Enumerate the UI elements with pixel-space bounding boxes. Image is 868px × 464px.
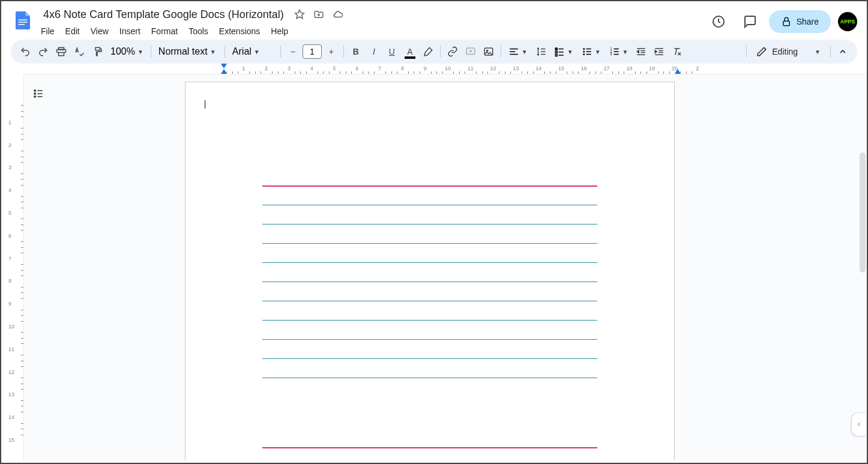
insert-link-button[interactable]	[444, 43, 461, 60]
highlight-button[interactable]	[420, 43, 436, 60]
history-icon[interactable]	[707, 10, 731, 34]
vertical-ruler[interactable]: 123456789101112131415	[1, 74, 24, 460]
account-avatar[interactable]: APPS	[838, 12, 857, 31]
ruler-tick	[21, 361, 23, 361]
share-label: Share	[797, 17, 819, 26]
ruler-tick	[374, 71, 375, 74]
editing-mode-select[interactable]: Editing ▼	[750, 43, 827, 60]
ruler-tick	[612, 71, 613, 74]
ruler-number: 4	[8, 187, 11, 193]
numbered-list-select[interactable]: 123▼	[606, 43, 632, 60]
line-spacing-button[interactable]	[532, 43, 549, 60]
font-size-decrease[interactable]: −	[285, 43, 301, 60]
ruler-tick	[363, 71, 363, 74]
collapse-toolbar-button[interactable]	[834, 43, 851, 60]
menu-insert[interactable]: Insert	[115, 24, 145, 38]
separator	[280, 46, 281, 58]
toolbar-container: 100%▼ Normal text▼ Arial▼ − + B I U A ▼ …	[1, 40, 867, 64]
indent-left-down-marker[interactable]	[221, 64, 227, 68]
print-button[interactable]	[53, 43, 70, 60]
document-page[interactable]	[185, 82, 675, 460]
text-color-button[interactable]: A	[402, 43, 418, 60]
italic-button[interactable]: I	[366, 43, 382, 60]
ruler-tick	[680, 71, 681, 74]
ruler-tick	[391, 71, 392, 74]
undo-button[interactable]	[17, 43, 34, 60]
redo-button[interactable]	[35, 43, 52, 60]
vertical-scrollbar[interactable]	[860, 152, 866, 273]
comments-icon[interactable]	[738, 10, 762, 34]
ruler-tick	[21, 105, 23, 106]
underline-button[interactable]: U	[384, 43, 400, 60]
ruler-tick	[21, 157, 23, 157]
document-canvas[interactable]	[24, 74, 867, 460]
ruler-number: 6	[8, 233, 11, 239]
notecard-blue-line	[262, 262, 597, 263]
ruler-number: 7	[378, 65, 381, 71]
horizontal-ruler[interactable]: 12345678910111213141516171819202	[24, 64, 867, 74]
menu-extensions[interactable]: Extensions	[214, 24, 265, 38]
ruler-tick	[510, 71, 511, 74]
ruler-number: 11	[468, 65, 474, 71]
cloud-status-icon[interactable]	[331, 7, 345, 22]
font-size-increase[interactable]: +	[323, 43, 340, 60]
move-icon[interactable]	[312, 7, 326, 22]
bold-button[interactable]: B	[348, 43, 364, 60]
bullet-list-select[interactable]: ▼	[578, 43, 604, 60]
chevron-down-icon: ▼	[595, 49, 601, 55]
menu-file[interactable]: File	[36, 24, 59, 38]
ruler-number: 11	[8, 346, 14, 352]
ruler-number: 9	[8, 301, 11, 307]
menu-edit[interactable]: Edit	[61, 24, 85, 38]
ruler-tick	[686, 71, 687, 74]
header-actions: Share APPS	[707, 10, 857, 34]
lock-icon	[781, 16, 792, 27]
docs-logo-icon[interactable]	[11, 8, 35, 32]
ruler-tick	[21, 429, 23, 429]
ruler-tick	[21, 218, 23, 219]
ruler-tick	[283, 71, 284, 74]
font-size-input[interactable]	[303, 44, 322, 59]
ruler-tick	[318, 71, 318, 74]
insert-comment-button[interactable]	[462, 43, 479, 60]
indent-decrease-button[interactable]	[633, 43, 649, 60]
separator	[830, 46, 831, 58]
zoom-select[interactable]: 100%▼	[107, 43, 147, 60]
insert-image-button[interactable]	[480, 43, 497, 60]
clear-formatting-button[interactable]	[669, 43, 686, 60]
ruler-number: 14	[535, 65, 541, 71]
ruler-tick	[21, 366, 23, 367]
ruler-tick	[351, 71, 352, 74]
checklist-select[interactable]: ▼	[550, 43, 577, 60]
ruler-tick	[306, 71, 307, 74]
ruler-tick	[21, 253, 23, 253]
svg-text:3: 3	[610, 52, 612, 56]
ruler-tick	[21, 412, 23, 412]
menu-format[interactable]: Format	[146, 24, 182, 38]
spellcheck-button[interactable]	[71, 43, 88, 60]
ruler-tick	[255, 71, 256, 74]
font-select[interactable]: Arial▼	[229, 43, 277, 60]
outline-toggle-icon[interactable]	[30, 85, 47, 102]
style-select[interactable]: Normal text▼	[155, 43, 221, 60]
toolbar: 100%▼ Normal text▼ Arial▼ − + B I U A ▼ …	[11, 40, 857, 64]
align-select[interactable]: ▼	[505, 43, 531, 60]
paint-format-button[interactable]	[89, 43, 106, 60]
ruler-number: 3	[288, 65, 291, 71]
ruler-tick	[21, 202, 23, 202]
star-icon[interactable]	[292, 7, 307, 22]
menu-view[interactable]: View	[86, 24, 113, 38]
indent-increase-button[interactable]	[651, 43, 668, 60]
ruler-number: 15	[558, 65, 564, 71]
text-cursor	[205, 100, 205, 109]
document-title[interactable]: 4x6 Note Card Template Google Docs (Hori…	[40, 7, 288, 22]
menu-help[interactable]: Help	[266, 24, 293, 38]
separator	[746, 46, 747, 58]
side-panel-toggle[interactable]	[851, 412, 866, 436]
separator	[440, 46, 441, 58]
share-button[interactable]: Share	[769, 10, 831, 33]
ruler-number: 20	[672, 65, 678, 71]
menu-tools[interactable]: Tools	[184, 24, 213, 38]
ruler-tick	[21, 264, 23, 265]
ruler-tick	[21, 224, 23, 225]
